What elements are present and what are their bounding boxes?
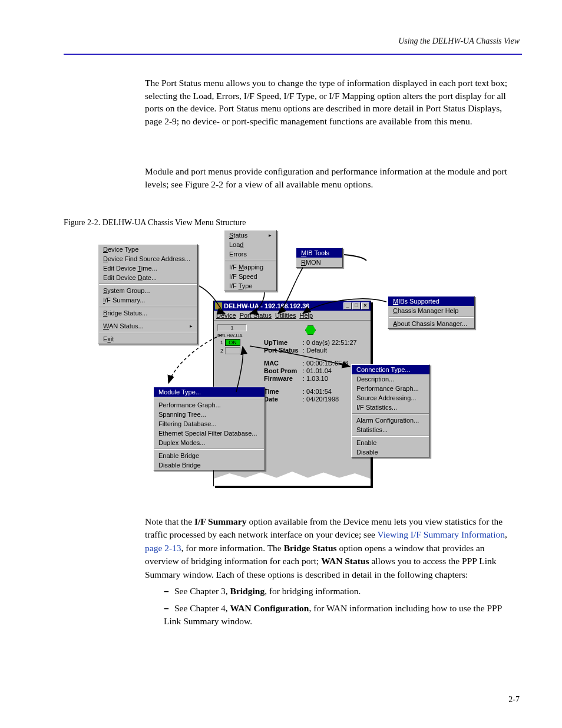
menu-item[interactable]: Exit <box>98 334 197 344</box>
menu-item[interactable]: About Chassis Manager... <box>388 319 474 328</box>
figure-area: Device TypeDevice Find Source Address...… <box>98 230 481 495</box>
menu-item[interactable]: Enable <box>352 438 429 447</box>
app-icon <box>215 302 222 309</box>
menu-item[interactable]: Filtering Database... <box>154 419 265 429</box>
module-panel: 1 DELHW-UA 1ON 2 <box>217 324 247 355</box>
status-hex-icon <box>305 325 316 335</box>
port-1-status[interactable]: ON <box>225 339 240 346</box>
figure-caption: Figure 2-2. DELHW-UA Chassis View Menu S… <box>64 218 246 228</box>
menu-item[interactable]: I/F Statistics... <box>352 403 429 412</box>
menu-item[interactable]: I/F Speed <box>224 272 276 281</box>
close-button[interactable]: × <box>361 302 369 309</box>
port-menu: Connection Type...Description...Performa… <box>351 364 430 457</box>
menu-item[interactable]: Errors <box>224 249 276 259</box>
menu-item[interactable]: Status <box>224 230 276 240</box>
menu-item[interactable]: I/F Mapping <box>224 262 276 272</box>
menu-item[interactable]: WAN Status... <box>98 321 197 331</box>
menu-item[interactable]: MIB Tools <box>296 248 342 258</box>
menu-item[interactable]: Bridge Status... <box>98 308 197 318</box>
menu-item[interactable]: Performance Graph... <box>154 400 265 410</box>
menu-item[interactable]: Performance Graph... <box>352 384 429 393</box>
utilities-menu: MIB ToolsRMON <box>296 248 343 268</box>
port-table: 1ON 2 <box>217 338 247 355</box>
menu-item[interactable]: Duplex Modes... <box>154 438 265 447</box>
menu-item[interactable]: Edit Device Time... <box>98 263 197 273</box>
window-title: DELHW-UA - 192.168.192.36 <box>224 302 310 309</box>
menubar: Device Port Status Utilities Help <box>214 311 371 321</box>
menu-item[interactable]: Alarm Configuration... <box>352 416 429 425</box>
post-figure-text: Note that the I/F Summary option availab… <box>64 512 515 628</box>
menubar-device[interactable]: Device <box>216 312 236 319</box>
menu-item[interactable]: Enable Bridge <box>154 451 265 460</box>
module-label: DELHW-UA <box>217 333 247 338</box>
menu-item[interactable]: Edit Device Date... <box>98 273 197 282</box>
menu-item[interactable]: Disable Bridge <box>154 460 265 470</box>
menu-item[interactable]: I/F Summary... <box>98 295 197 305</box>
minimize-button[interactable]: _ <box>343 302 352 309</box>
port-status-menu: StatusLoadErrorsI/F MappingI/F SpeedI/F … <box>224 230 277 291</box>
menubar-port-status[interactable]: Port Status <box>240 312 272 319</box>
menu-item[interactable]: Chassis Manager Help <box>388 306 474 315</box>
paragraph-2: Module and port menus provide configurat… <box>145 165 515 190</box>
paragraph-1: The Port Status menu allows you to chang… <box>145 77 515 128</box>
menu-item[interactable]: MIBs Supported <box>388 297 474 306</box>
header-rule <box>64 54 522 55</box>
menubar-help[interactable]: Help <box>300 312 313 319</box>
page-number: 2-7 <box>508 695 520 704</box>
menu-item[interactable]: System Group... <box>98 286 197 295</box>
port-2-status[interactable] <box>225 347 240 354</box>
menu-item[interactable]: Disable <box>352 447 429 457</box>
menu-item[interactable]: Module Type... <box>154 387 265 397</box>
menubar-utilities[interactable]: Utilities <box>275 312 296 319</box>
menu-item[interactable]: I/F Type <box>224 281 276 291</box>
menu-item[interactable]: Statistics... <box>352 425 429 434</box>
torn-edge <box>214 468 371 486</box>
menu-item[interactable]: Description... <box>352 374 429 384</box>
menu-item[interactable]: Source Addressing... <box>352 393 429 403</box>
device-menu: Device TypeDevice Find Source Address...… <box>98 244 198 344</box>
module-menu: Module Type...Performance Graph...Spanni… <box>153 387 265 470</box>
menu-item[interactable]: RMON <box>296 258 342 267</box>
menu-item[interactable]: Connection Type... <box>352 365 429 374</box>
section-header: Using the DELHW-UA Chassis View <box>398 37 520 46</box>
menu-item[interactable]: Device Type <box>98 245 197 254</box>
maximize-button[interactable]: □ <box>352 302 361 309</box>
menu-item[interactable]: Load <box>224 240 276 249</box>
titlebar[interactable]: DELHW-UA - 192.168.192.36 _ □ × <box>214 301 371 311</box>
menu-item[interactable]: Device Find Source Address... <box>98 254 197 263</box>
menu-item[interactable]: Spanning Tree... <box>154 410 265 419</box>
menu-item[interactable]: Ethernet Special Filter Database... <box>154 429 265 438</box>
help-menu: MIBs SupportedChassis Manager HelpAbout … <box>388 296 475 329</box>
